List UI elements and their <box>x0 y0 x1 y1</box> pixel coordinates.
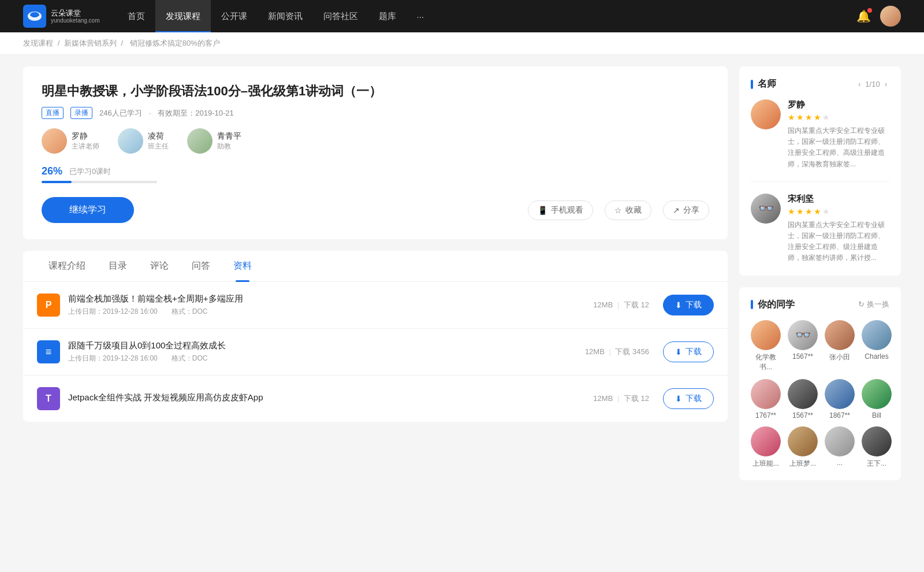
download-button-3[interactable]: ⬇ 下载 <box>663 388 714 409</box>
classmate-1[interactable]: 化学教书... <box>751 320 781 372</box>
classmate-7[interactable]: 1867** <box>825 379 855 419</box>
tab-resources[interactable]: 资料 <box>222 251 263 281</box>
sidebar-teacher-1-stars: ★★★★★ <box>788 113 889 122</box>
download-icon-3: ⬇ <box>675 394 682 403</box>
nav-news[interactable]: 新闻资讯 <box>258 0 313 32</box>
teacher-3-name: 青青平 <box>217 131 241 142</box>
star-icon: ☆ <box>614 206 622 215</box>
resource-item-3: T Jetpack全组件实战 开发短视频应用高仿皮皮虾App 12MB | 下载… <box>23 376 728 422</box>
classmate-9-name: 上班能... <box>752 459 779 469</box>
teacher-1: 罗静 主讲老师 <box>42 128 99 154</box>
user-avatar[interactable] <box>880 6 901 27</box>
sidebar-teacher-1: 罗静 ★★★★★ 国内某重点大学安全工程专业硕士，国家一级注册消防工程师、注册安… <box>751 99 889 182</box>
tab-comments[interactable]: 评论 <box>139 251 180 281</box>
progress-label: 已学习0课时 <box>69 166 111 177</box>
classmate-7-name: 1867** <box>829 411 850 419</box>
classmate-10-name: 上班梦... <box>789 459 816 469</box>
badge-live: 直播 <box>42 107 64 119</box>
resource-meta-2: 上传日期：2019-12-28 16:00 格式：DOC <box>68 354 571 363</box>
content-area: 明星中教授课，小学阶段语法100分–强化级第1讲动词（一） 直播 录播 246人… <box>23 66 728 492</box>
collect-button[interactable]: ☆ 收藏 <box>605 200 651 220</box>
course-actions: 继续学习 📱 手机观看 ☆ 收藏 ↗ 分享 <box>42 197 709 223</box>
share-button[interactable]: ↗ 分享 <box>663 200 709 220</box>
download-button-1[interactable]: ⬇ 下载 <box>663 295 714 315</box>
logo-text: 云朵课堂 yunduoketang.com <box>51 9 100 24</box>
resource-stats-2: 12MB | 下载 3456 <box>585 347 649 357</box>
sidebar-teacher-1-avatar <box>751 99 781 129</box>
resource-icon-3: T <box>37 387 60 410</box>
sidebar-teacher-2-avatar: 👓 <box>751 194 781 224</box>
teacher-3: 青青平 助教 <box>187 128 241 154</box>
classmate-2[interactable]: 👓 1567** <box>788 320 818 372</box>
classmate-4[interactable]: Charles <box>862 320 892 372</box>
nav-home[interactable]: 首页 <box>117 0 155 32</box>
teacher-3-avatar <box>187 128 213 154</box>
progress-section: 26% 已学习0课时 <box>42 165 709 183</box>
resource-title-1: 前端全栈加强版！前端全栈+全周期+多端应用 <box>68 294 579 304</box>
mobile-icon: 📱 <box>538 206 547 215</box>
classmate-5-avatar <box>751 379 781 409</box>
classmate-11[interactable]: ... <box>825 426 855 469</box>
teachers-pagination: ‹ 1/10 › <box>856 79 889 90</box>
refresh-button[interactable]: ↻ 换一换 <box>858 299 889 310</box>
classmate-9[interactable]: 上班能... <box>751 426 781 469</box>
resource-list: P 前端全栈加强版！前端全栈+全周期+多端应用 上传日期：2019-12-28 … <box>23 282 728 422</box>
course-title: 明星中教授课，小学阶段语法100分–强化级第1讲动词（一） <box>42 83 709 100</box>
next-teacher-btn[interactable]: › <box>882 79 889 90</box>
classmate-5[interactable]: 1767** <box>751 379 781 419</box>
teacher-1-role: 主讲老师 <box>72 142 99 151</box>
course-header-card: 明星中教授课，小学阶段语法100分–强化级第1讲动词（一） 直播 录播 246人… <box>23 66 728 239</box>
course-meta: 直播 录播 246人已学习 · 有效期至：2019-10-21 <box>42 107 709 119</box>
breadcrumb-link-discover[interactable]: 发现课程 <box>23 39 53 47</box>
classmate-6-avatar <box>788 379 818 409</box>
logo-icon <box>23 5 46 28</box>
classmate-12-name: 王下... <box>867 459 886 469</box>
classmate-10-avatar <box>788 426 818 456</box>
tabs: 课程介绍 目录 评论 问答 资料 <box>23 251 728 282</box>
teachers-card-title: 名师 ‹ 1/10 › <box>751 78 889 90</box>
tab-intro[interactable]: 课程介绍 <box>37 251 97 281</box>
sidebar-area: 名师 ‹ 1/10 › 罗静 ★★★★★ 国内某重点大学安全工程 <box>739 66 901 492</box>
nav-qa[interactable]: 问答社区 <box>313 0 368 32</box>
nav-right: 🔔 <box>856 6 901 27</box>
classmate-3[interactable]: 张小田 <box>825 320 855 372</box>
nav-open[interactable]: 公开课 <box>211 0 258 32</box>
resource-icon-1: P <box>37 294 60 317</box>
tabs-card: 课程介绍 目录 评论 问答 资料 P 前端全栈加强版！前端全栈+全周期+多端应用… <box>23 251 728 422</box>
classmate-10[interactable]: 上班梦... <box>788 426 818 469</box>
classmate-4-avatar <box>862 320 892 350</box>
continue-button[interactable]: 继续学习 <box>42 197 134 223</box>
teacher-2-avatar <box>118 128 143 154</box>
badge-record: 录播 <box>70 107 92 119</box>
classmate-5-name: 1767** <box>755 411 776 419</box>
resource-icon-2: ≡ <box>37 340 60 363</box>
refresh-area: ↻ 换一换 <box>858 299 889 310</box>
nav-more[interactable]: ··· <box>407 0 435 32</box>
mobile-watch-button[interactable]: 📱 手机观看 <box>528 200 593 220</box>
prev-teacher-btn[interactable]: ‹ <box>856 79 863 90</box>
sidebar-teacher-2-stars: ★★★★★ <box>788 207 889 216</box>
course-students: 246人已学习 <box>99 108 142 118</box>
tab-catalog[interactable]: 目录 <box>97 251 139 281</box>
classmate-8[interactable]: Bill <box>862 379 892 419</box>
share-icon: ↗ <box>673 206 680 215</box>
breadcrumb-link-series[interactable]: 新媒体营销系列 <box>64 39 117 47</box>
classmate-4-name: Charles <box>865 352 888 361</box>
logo[interactable]: 云朵课堂 yunduoketang.com <box>23 5 100 28</box>
resource-stats-3: 12MB | 下载 12 <box>593 393 649 404</box>
nav-quiz[interactable]: 题库 <box>368 0 407 32</box>
resource-info-1: 前端全栈加强版！前端全栈+全周期+多端应用 上传日期：2019-12-28 16… <box>68 294 579 317</box>
notification-dot <box>867 8 872 13</box>
classmate-6-name: 1567** <box>792 411 813 419</box>
sidebar-teacher-1-name: 罗静 <box>788 99 889 110</box>
classmate-6[interactable]: 1567** <box>788 379 818 419</box>
nav-items: 首页 发现课程 公开课 新闻资讯 问答社区 题库 ··· <box>117 0 856 32</box>
classmate-8-avatar <box>862 379 892 409</box>
resource-title-3: Jetpack全组件实战 开发短视频应用高仿皮皮虾App <box>68 392 579 403</box>
nav-discover[interactable]: 发现课程 <box>155 0 211 32</box>
tab-qa[interactable]: 问答 <box>180 251 222 281</box>
download-button-2[interactable]: ⬇ 下载 <box>663 341 714 362</box>
classmate-12[interactable]: 王下... <box>862 426 892 469</box>
download-icon-2: ⬇ <box>675 347 682 356</box>
bell-icon[interactable]: 🔔 <box>856 9 871 23</box>
